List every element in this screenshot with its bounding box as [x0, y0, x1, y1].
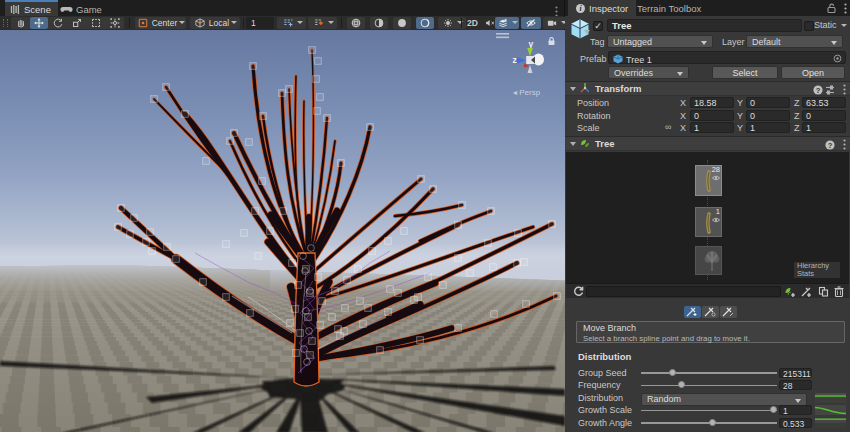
svg-text:◂ Persp: ◂ Persp [513, 88, 541, 97]
svg-text:?: ? [828, 141, 833, 150]
svg-text:?: ? [816, 86, 821, 95]
svg-text:z: z [513, 54, 517, 64]
svg-text:y: y [529, 38, 534, 48]
